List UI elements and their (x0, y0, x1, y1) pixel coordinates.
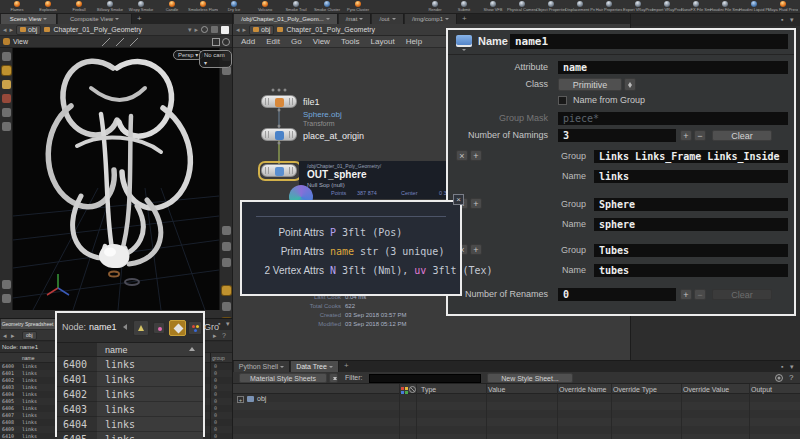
column-header[interactable]: Override Name (559, 386, 606, 393)
expand-icon[interactable]: + (237, 396, 244, 403)
chevron-down-icon[interactable] (462, 49, 466, 51)
points-mode-icon[interactable] (153, 322, 165, 334)
add-instance-button[interactable]: + (680, 130, 692, 141)
menu-edit[interactable]: Edit (266, 37, 280, 46)
pose-mode-icon[interactable] (2, 108, 11, 117)
table-row[interactable]: 6404links (57, 417, 203, 432)
tab-python-shell[interactable]: Python Shell (234, 361, 290, 372)
shelf-tool-nanofx-file-smoke[interactable]: NanoFX File Smoke... (681, 0, 711, 13)
tab-obj-network[interactable]: /obj/Chapter_01_Poly_Geom... (234, 14, 338, 24)
back-icon[interactable]: ◂ (3, 26, 7, 33)
jump-icon[interactable]: ▸ (194, 26, 198, 33)
camera-menu-button[interactable]: No cam ▾ (199, 50, 232, 68)
name-field-3[interactable]: tubes (594, 264, 788, 277)
tree-view-icon[interactable] (133, 320, 149, 336)
path-current-label[interactable]: Chapter_01_Poly_Geometry (286, 26, 375, 33)
shelf-tool-houdini-liquid-preset[interactable]: Houdini Liquid Preset (739, 0, 769, 13)
shelf-tool-smoke-cluster[interactable]: Smoke Cluster (312, 0, 342, 13)
shelf-tool-houdini-file-smoke[interactable]: Houdini File Smoke... (710, 0, 740, 13)
pin-icon[interactable]: ▸ (213, 332, 217, 340)
menu-tools[interactable]: Tools (341, 37, 360, 46)
menu-go[interactable]: Go (291, 37, 302, 46)
column-header-group[interactable]: group (212, 355, 225, 361)
sort-ascending-icon[interactable] (189, 347, 195, 351)
back-icon[interactable]: ◂ (3, 332, 7, 340)
insert-naming-button[interactable]: + (470, 198, 482, 209)
tab-data-tree[interactable]: Data Tree (291, 361, 339, 372)
snap-mode-icon[interactable] (2, 122, 11, 131)
new-style-sheet-button[interactable]: New Style Sheet... (487, 373, 573, 383)
shelf-tool-volcano[interactable]: Volcano (250, 0, 280, 13)
column-header[interactable]: Value (488, 386, 505, 393)
add-tab-button[interactable]: + (341, 361, 352, 372)
clear-renames-button[interactable]: Clear (712, 289, 772, 300)
select-mode-icon[interactable] (2, 52, 11, 61)
pane-maximize-icon[interactable]: ▪ (781, 16, 783, 24)
path-root-chip[interactable]: obj (16, 25, 41, 35)
shading-icon[interactable] (222, 242, 231, 251)
name-column-header[interactable]: name (105, 345, 128, 355)
shelf-tool-fireball[interactable]: Fireball (64, 0, 94, 13)
insert-naming-button[interactable]: + (470, 150, 482, 161)
back-icon[interactable]: ◂ (236, 26, 240, 33)
translate-tool-icon[interactable] (116, 38, 124, 46)
tab-img-network[interactable]: /img/comp1 (405, 14, 457, 24)
tab-mat-network[interactable]: /mat (339, 14, 371, 24)
menu-help[interactable]: Help (406, 37, 422, 46)
insert-naming-button[interactable]: + (470, 244, 482, 255)
toolbox-icon[interactable] (2, 280, 11, 289)
tree-item-obj[interactable]: obj (257, 395, 266, 402)
refresh-icon[interactable] (201, 26, 208, 33)
shelf-tool-displacement-properties[interactable]: Displacement Properties (565, 0, 595, 13)
spinner-icon[interactable] (329, 373, 338, 383)
add-tab-button[interactable]: + (459, 14, 470, 24)
ghost-geometry-icon[interactable] (222, 302, 231, 311)
path-root-chip[interactable]: obj (249, 25, 274, 35)
rotate-mode-icon[interactable] (2, 80, 11, 89)
menu-layout[interactable]: Layout (371, 37, 395, 46)
tab-composite-view[interactable]: Composite View (58, 14, 132, 24)
tab-geometry-spreadsheet[interactable]: Geometry Spreadsheet (1, 319, 61, 329)
node-out-sphere[interactable] (261, 164, 297, 177)
view-label[interactable]: View (13, 37, 28, 47)
table-row[interactable]: 6405links (57, 432, 203, 439)
node-name-value[interactable]: name1 (89, 322, 117, 332)
info-icon[interactable] (222, 38, 230, 46)
grid-toggle-icon[interactable] (222, 258, 231, 267)
shelf-tool-import-vrayproxy[interactable]: Import VRayProxy (652, 0, 682, 13)
node-file1[interactable] (261, 95, 297, 108)
remove-instance-button[interactable]: − (694, 289, 706, 300)
group-filter-button[interactable]: Gro (204, 322, 219, 332)
tab-out-network[interactable]: /out (372, 14, 404, 24)
snapshot-icon[interactable] (211, 26, 218, 33)
column-header-name[interactable]: name (22, 355, 35, 361)
column-header[interactable]: Override Type (613, 386, 657, 393)
view-mode-icon[interactable] (3, 38, 10, 45)
viewport[interactable]: Persp ▾ No cam ▾ (0, 48, 232, 310)
select-tool-icon[interactable] (102, 38, 110, 46)
shelf-tool-flames[interactable]: Flames (2, 0, 32, 13)
help-icon[interactable]: ? (789, 373, 793, 382)
node-place-at-origin[interactable] (261, 128, 297, 141)
handles-tool-icon[interactable] (130, 38, 138, 46)
shelf-tool-candle[interactable]: Candle (157, 0, 187, 13)
primitives-mode-icon[interactable] (169, 320, 186, 336)
node-selector[interactable]: Node: name1 (2, 344, 54, 350)
wireframe-icon[interactable] (222, 226, 231, 235)
forward-icon[interactable]: ▸ (10, 26, 14, 33)
name-field-1[interactable]: links (594, 170, 788, 183)
node-menu-arrow-icon[interactable] (123, 324, 127, 330)
pane-menu-icon[interactable]: ▾ (226, 320, 230, 328)
tab-scene-view[interactable]: Scene View (1, 14, 57, 24)
class-spinner[interactable] (624, 78, 636, 91)
shelf-tool-show-vfb[interactable]: Show VFB (478, 0, 508, 13)
detail-mode-icon[interactable] (188, 321, 202, 335)
shelf-tool-physical-camera[interactable]: Physical Camera (507, 0, 537, 13)
shelf-tool-submit[interactable]: Submit (449, 0, 479, 13)
group-field-2[interactable]: Sphere (594, 198, 788, 211)
filter-input[interactable] (369, 374, 481, 383)
shelf-tool-maya-fluid-preset[interactable]: Maya Fluid Preset (768, 0, 798, 13)
table-row[interactable]: 6401links (57, 372, 203, 387)
table-row[interactable]: 6402links (57, 387, 203, 402)
pane-maximize-icon[interactable]: ▪ (781, 363, 783, 371)
